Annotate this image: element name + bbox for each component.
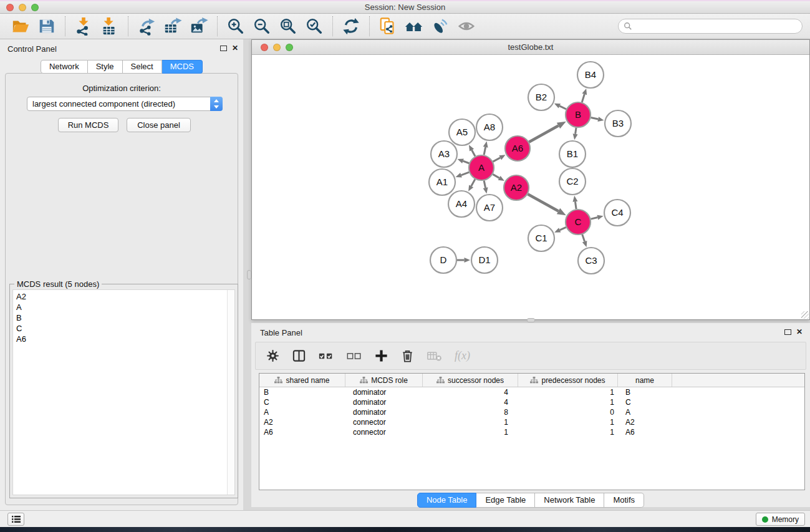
zoom-out-icon[interactable]	[253, 17, 271, 36]
graph-node-B4[interactable]: B4	[577, 62, 604, 88]
graph-edge-B-B3[interactable]	[591, 117, 599, 119]
window-resize-grip[interactable]	[801, 311, 809, 319]
graph-node-B[interactable]: B	[566, 102, 591, 127]
cell-name[interactable]: A6	[618, 428, 672, 437]
export-image-icon[interactable]	[190, 17, 208, 36]
float-table-panel-icon[interactable]	[784, 329, 791, 335]
memory-button[interactable]: Memory	[756, 513, 805, 526]
mcds-result-item[interactable]: C	[13, 324, 234, 334]
cell-predecessor-nodes[interactable]: 1	[518, 428, 618, 437]
cell-predecessor-nodes[interactable]: 0	[518, 408, 618, 417]
graph-edge-C-C4[interactable]	[591, 218, 597, 220]
deselect-all-checkboxes-icon[interactable]	[346, 349, 362, 364]
graph-node-A8[interactable]: A8	[476, 114, 503, 140]
column-header-successor-nodes[interactable]: successor nodes	[423, 374, 518, 387]
open-session-icon[interactable]	[11, 17, 30, 36]
graph-node-C[interactable]: C	[566, 210, 591, 235]
graph-edge-A-A3[interactable]	[463, 161, 470, 163]
graph-edge-A-A2[interactable]	[493, 174, 499, 178]
cell-successor-nodes[interactable]: 8	[423, 408, 518, 417]
graph-edge-C-C2[interactable]	[575, 201, 576, 209]
close-panel-icon[interactable]: ✕	[232, 44, 238, 52]
search-input[interactable]	[635, 22, 791, 31]
table-row[interactable]: Cdominator41C	[259, 397, 804, 407]
refresh-layout-icon[interactable]	[342, 17, 360, 36]
network-graph[interactable]: B4B2BB3B1A5A8A6A3AA1C2A4A7A2CC4C1C3DD1	[252, 55, 809, 320]
import-table-from-file-icon[interactable]	[100, 17, 119, 36]
select-all-checkboxes-icon[interactable]	[318, 349, 334, 364]
graph-node-B3[interactable]: B3	[605, 110, 631, 137]
graph-node-A4[interactable]: A4	[448, 191, 475, 217]
column-header-mcds-role[interactable]: MCDS role	[345, 374, 423, 387]
cell-successor-nodes[interactable]: 4	[423, 398, 518, 407]
graph-edge-A6-B[interactable]	[529, 126, 558, 142]
graph-node-A2[interactable]: A2	[504, 175, 529, 200]
graph-node-C3[interactable]: C3	[578, 248, 604, 274]
tab-node-table[interactable]: Node Table	[417, 493, 477, 508]
cell-successor-nodes[interactable]: 1	[423, 428, 518, 437]
graph-node-D[interactable]: D	[430, 247, 456, 273]
network-canvas[interactable]: B4B2BB3B1A5A8A6A3AA1C2A4A7A2CC4C1C3DD1	[252, 55, 809, 319]
export-network-icon[interactable]	[137, 17, 156, 36]
cell-shared-name[interactable]: B	[259, 388, 345, 397]
cell-successor-nodes[interactable]: 1	[423, 418, 518, 427]
function-builder-icon[interactable]: f(x)	[455, 349, 470, 364]
column-header-name[interactable]: name	[618, 374, 672, 387]
float-panel-icon[interactable]	[220, 46, 227, 51]
tab-motifs[interactable]: Motifs	[604, 493, 644, 508]
graph-node-A5[interactable]: A5	[449, 119, 475, 145]
graph-node-D1[interactable]: D1	[471, 247, 498, 273]
delete-table-icon[interactable]	[427, 349, 443, 364]
show-columns-icon[interactable]	[292, 349, 306, 364]
criterion-select[interactable]: largest connected component (directed)	[27, 97, 223, 111]
cell-predecessor-nodes[interactable]: 1	[518, 388, 618, 397]
cell-predecessor-nodes[interactable]: 1	[518, 418, 618, 427]
graph-node-A[interactable]: A	[469, 155, 494, 180]
graph-edge-A-A5[interactable]	[472, 150, 475, 157]
graph-edge-B-B1[interactable]	[576, 128, 576, 134]
table-row[interactable]: Adominator80A	[259, 407, 804, 417]
graph-node-A3[interactable]: A3	[431, 141, 457, 167]
show-graphics-details-icon[interactable]	[457, 17, 476, 36]
cell-shared-name[interactable]: A6	[259, 428, 345, 437]
graph-edge-A-A7[interactable]	[484, 181, 485, 188]
run-mcds-button[interactable]: Run MCDS	[58, 118, 118, 132]
cell-mcds-role[interactable]: dominator	[345, 408, 423, 417]
desktop-vertical-scrollbar-thumb[interactable]	[247, 270, 251, 279]
cell-name[interactable]: C	[618, 398, 672, 407]
close-table-panel-icon[interactable]: ✕	[796, 327, 803, 336]
graph-edge-B-B4[interactable]	[582, 94, 584, 102]
cell-name[interactable]: A2	[618, 418, 672, 427]
tab-mcds[interactable]: MCDS	[162, 60, 203, 74]
tab-network[interactable]: Network	[41, 60, 88, 74]
mcds-result-item[interactable]: A6	[13, 334, 234, 344]
cell-predecessor-nodes[interactable]: 1	[518, 398, 618, 407]
network-window-titlebar[interactable]: testGlobe.txt	[252, 40, 809, 55]
cell-mcds-role[interactable]: dominator	[345, 388, 423, 397]
graph-node-C1[interactable]: C1	[528, 225, 554, 251]
graph-edge-B-B2[interactable]	[559, 106, 566, 109]
graph-edge-A-A8[interactable]	[484, 147, 486, 155]
zoom-selected-icon[interactable]	[305, 17, 324, 36]
graph-node-C2[interactable]: C2	[559, 168, 586, 195]
settings-gear-icon[interactable]	[266, 349, 280, 364]
cell-mcds-role[interactable]: dominator	[345, 398, 423, 407]
graph-node-A7[interactable]: A7	[476, 195, 503, 221]
cell-shared-name[interactable]: A	[259, 408, 345, 417]
graph-node-A6[interactable]: A6	[505, 136, 530, 161]
desktop-horizontal-scrollbar-thumb[interactable]	[527, 318, 535, 322]
tab-network-table[interactable]: Network Table	[535, 493, 604, 508]
tab-style[interactable]: Style	[88, 60, 123, 74]
column-header-shared-name[interactable]: shared name	[259, 374, 345, 387]
table-row[interactable]: A6connector11A6	[259, 427, 804, 437]
cell-successor-nodes[interactable]: 4	[423, 388, 518, 397]
graph-node-C4[interactable]: C4	[604, 200, 630, 226]
network-home-icon[interactable]	[405, 17, 423, 36]
graph-edge-C-C3[interactable]	[582, 235, 585, 241]
graph-edge-A2-C[interactable]	[528, 194, 558, 211]
table-row[interactable]: Bdominator41B	[259, 387, 804, 397]
open-in-ndex-icon[interactable]	[378, 17, 397, 36]
close-panel-button[interactable]: Close panel	[127, 118, 191, 132]
mcds-result-item[interactable]: A	[13, 302, 234, 312]
graph-node-A1[interactable]: A1	[429, 169, 455, 195]
